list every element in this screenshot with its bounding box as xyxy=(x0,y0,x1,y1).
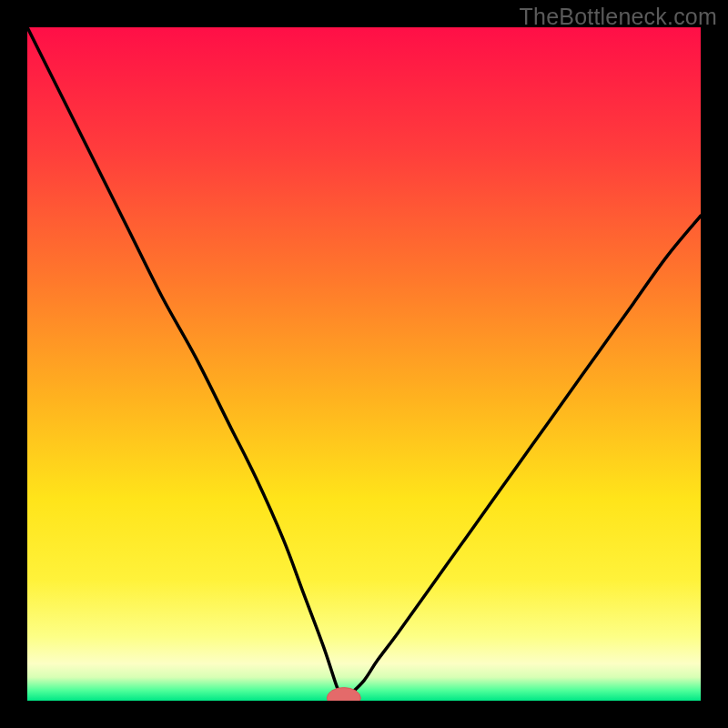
plot-area xyxy=(27,27,701,701)
chart-frame: TheBottleneck.com xyxy=(0,0,728,728)
watermark-text: TheBottleneck.com xyxy=(520,4,717,30)
gradient-background xyxy=(27,27,701,701)
bottleneck-chart xyxy=(27,27,701,701)
